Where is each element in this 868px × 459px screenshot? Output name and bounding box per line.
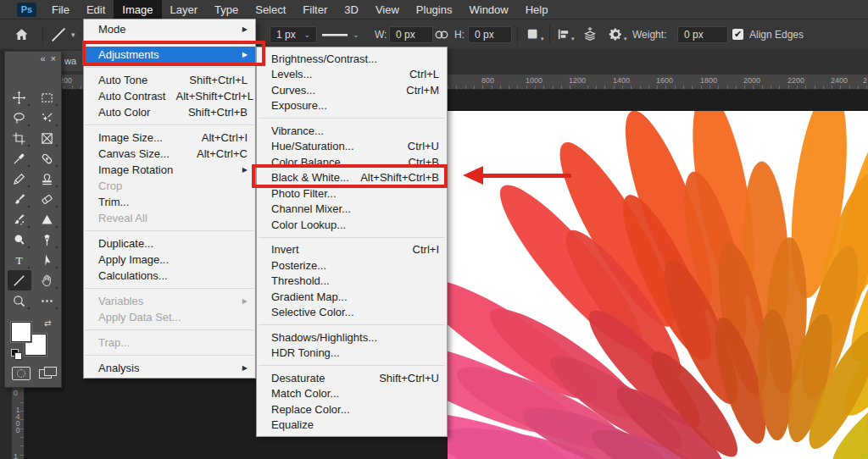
- menubar-item-type[interactable]: Type: [206, 0, 247, 19]
- path-arrangement-icon[interactable]: [581, 19, 598, 49]
- close-panel-button[interactable]: ×: [51, 54, 56, 63]
- width-field[interactable]: 0 px: [389, 19, 433, 49]
- menu-item-auto-contrast[interactable]: Auto ContrastAlt+Shift+Ctrl+L: [84, 88, 255, 104]
- menu-item-invert[interactable]: InvertCtrl+I: [257, 242, 447, 258]
- healing-brush-tool-icon: [40, 152, 54, 166]
- crop-tool[interactable]: [8, 128, 31, 148]
- menu-item-auto-tone[interactable]: Auto ToneShift+Ctrl+L: [84, 72, 255, 88]
- menubar-item-select[interactable]: Select: [247, 0, 294, 19]
- menu-item-threshold[interactable]: Threshold...: [257, 274, 447, 290]
- menu-item-match-color[interactable]: Match Color...: [257, 386, 447, 402]
- eraser-tool-icon: [40, 192, 54, 207]
- adjustments-submenu: Brightness/Contrast...Levels...Ctrl+LCur…: [256, 47, 448, 437]
- pen-tool[interactable]: [36, 230, 59, 250]
- align-edges-checkbox[interactable]: ✔: [732, 19, 743, 49]
- menu-item-mode[interactable]: Mode▶: [84, 21, 255, 37]
- menu-item-curves[interactable]: Curves...Ctrl+M: [257, 82, 447, 98]
- pencil-tool[interactable]: [8, 169, 31, 189]
- menu-item-duplicate[interactable]: Duplicate...: [84, 235, 255, 252]
- menu-item-canvas-size[interactable]: Canvas Size...Alt+Ctrl+C: [84, 146, 255, 162]
- more-tools[interactable]: [36, 290, 59, 311]
- clone-stamp-tool[interactable]: [36, 169, 59, 189]
- menubar-item-3d[interactable]: 3D: [336, 0, 367, 19]
- menu-item-color-lookup[interactable]: Color Lookup...: [257, 217, 447, 233]
- path-select-tool[interactable]: [36, 250, 59, 270]
- menu-item-image-rotation[interactable]: Image Rotation▶: [84, 162, 255, 178]
- menu-item-selective-color[interactable]: Selective Color...: [257, 305, 447, 321]
- photoshop-logo[interactable]: Ps: [17, 3, 36, 17]
- menubar-item-window[interactable]: Window: [460, 0, 516, 19]
- hand-tool[interactable]: [36, 270, 59, 290]
- menu-item-levels[interactable]: Levels...Ctrl+L: [257, 67, 447, 83]
- menu-item-reveal-all: Reveal All: [84, 210, 255, 226]
- foreground-color-swatch[interactable]: [11, 322, 31, 342]
- weight-label: Weight:: [632, 19, 666, 49]
- menu-item-calculations[interactable]: Calculations...: [84, 268, 255, 284]
- line-tool[interactable]: [8, 270, 31, 290]
- gear-icon[interactable]: ▾: [609, 19, 627, 49]
- menubar-item-filter[interactable]: Filter: [294, 0, 336, 19]
- move-tool[interactable]: [8, 87, 31, 108]
- clone-stamp-tool-icon: [40, 172, 54, 186]
- menu-item-trim[interactable]: Trim...: [84, 194, 255, 210]
- eraser-tool[interactable]: [36, 189, 59, 209]
- magic-wand-tool-icon: [40, 111, 54, 125]
- menu-item-apply-image[interactable]: Apply Image...: [84, 252, 255, 268]
- menu-item-gradient-map[interactable]: Gradient Map...: [257, 289, 447, 305]
- menu-item-replace-color[interactable]: Replace Color...: [257, 401, 447, 418]
- menubar-item-view[interactable]: View: [367, 0, 408, 19]
- link-dimensions-icon[interactable]: [434, 19, 449, 49]
- magic-wand-tool[interactable]: [36, 108, 59, 128]
- menu-item-vibrance[interactable]: Vibrance...: [257, 123, 447, 139]
- menu-item-equalize[interactable]: Equalize: [257, 418, 447, 434]
- ruler-label: 800: [481, 76, 494, 85]
- menubar-item-file[interactable]: File: [43, 0, 78, 19]
- stroke-style-dropdown[interactable]: ⌄: [322, 19, 359, 49]
- line-tool-preview-icon[interactable]: ▾: [49, 19, 75, 49]
- menu-item-crop: Crop: [84, 178, 255, 194]
- menubar-item-edit[interactable]: Edit: [78, 0, 114, 19]
- menu-item-brightness-contrast[interactable]: Brightness/Contrast...: [257, 51, 447, 67]
- mixer-brush-tool[interactable]: [8, 209, 31, 230]
- path-operations-icon[interactable]: ▾: [526, 19, 544, 49]
- zoom-tool[interactable]: [8, 290, 31, 311]
- polygon-tool[interactable]: [36, 209, 59, 230]
- eyedropper-tool[interactable]: [8, 148, 31, 169]
- quick-mask-button[interactable]: [12, 367, 31, 380]
- rect-marquee-tool[interactable]: [36, 87, 59, 108]
- menu-item-analysis[interactable]: Analysis▶: [84, 360, 255, 376]
- path-alignment-icon[interactable]: ▾: [556, 19, 575, 49]
- menu-item-channel-mixer[interactable]: Channel Mixer...: [257, 202, 447, 218]
- menu-item-auto-color[interactable]: Auto ColorShift+Ctrl+B: [84, 104, 255, 120]
- default-colors-icon[interactable]: [11, 349, 20, 358]
- weight-field[interactable]: 0 px: [677, 19, 728, 49]
- menu-item-desaturate[interactable]: DesaturateShift+Ctrl+U: [257, 370, 447, 386]
- move-tool-icon: [12, 91, 26, 105]
- healing-brush-tool[interactable]: [36, 148, 59, 169]
- stroke-width-dropdown[interactable]: 1 px ⌄: [270, 19, 317, 49]
- lasso-tool[interactable]: [8, 108, 31, 128]
- menu-item-exposure[interactable]: Exposure...: [257, 98, 447, 114]
- collapse-panel-button[interactable]: «: [40, 54, 45, 63]
- menu-item-shadows-highlights[interactable]: Shadows/Highlights...: [257, 329, 447, 346]
- menubar-item-help[interactable]: Help: [517, 0, 557, 19]
- menu-item-image-size[interactable]: Image Size...Alt+Ctrl+I: [84, 130, 255, 146]
- slice-tool[interactable]: [36, 128, 59, 148]
- menubar-item-image[interactable]: Image: [114, 0, 161, 19]
- history-brush-tool[interactable]: [8, 189, 31, 209]
- type-tool[interactable]: T: [8, 250, 31, 270]
- menu-item-hdr-toning[interactable]: HDR Toning...: [257, 346, 447, 362]
- swap-colors-icon[interactable]: ⇄: [44, 318, 51, 328]
- menubar-item-layer[interactable]: Layer: [162, 0, 207, 19]
- ruler-label: 2000: [743, 76, 760, 85]
- home-icon[interactable]: [14, 19, 30, 49]
- menu-item-hue-saturation[interactable]: Hue/Saturation...Ctrl+U: [257, 139, 447, 155]
- photoshop-window: wa 2000800100012001400160018002000220024…: [0, 0, 868, 459]
- height-field[interactable]: 0 px: [468, 19, 512, 49]
- screen-mode-button[interactable]: [39, 367, 58, 379]
- image-menu: Mode▶Adjustments▶Auto ToneShift+Ctrl+LAu…: [83, 19, 256, 379]
- menubar-item-plugins[interactable]: Plugins: [408, 0, 461, 19]
- rect-marquee-tool-icon: [40, 91, 54, 105]
- dodge-tool[interactable]: [8, 230, 31, 250]
- menu-item-posterize[interactable]: Posterize...: [257, 257, 447, 274]
